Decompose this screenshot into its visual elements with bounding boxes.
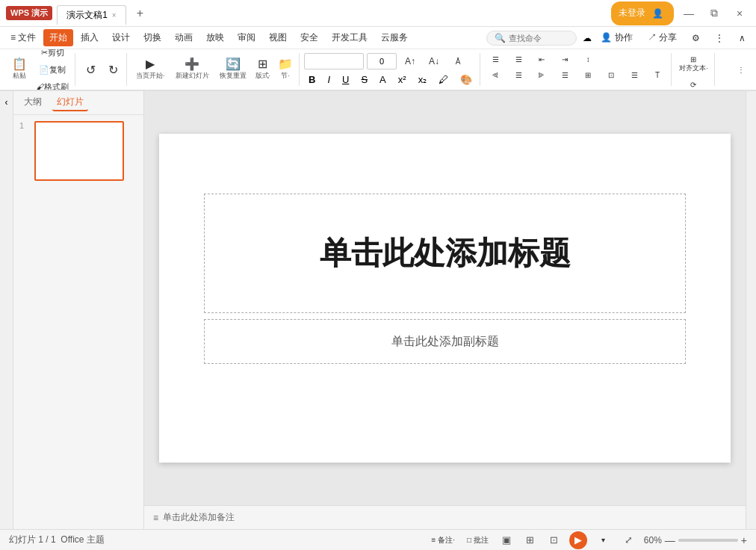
ribbon-tab-start[interactable]: 开始	[43, 29, 73, 46]
font-group: A↑ A↓ Ā B I U S A x² x₂ 🖊 🎨	[301, 53, 480, 86]
comments-toggle-button[interactable]: □ 批注	[464, 533, 492, 548]
clear-format-button[interactable]: Ā	[447, 55, 468, 68]
title-placeholder[interactable]: 单击此处添加标题	[204, 194, 686, 313]
align-right-button[interactable]: ⫸	[531, 69, 552, 81]
notes-toggle-button[interactable]: ≡ 备注·	[429, 533, 458, 548]
paste-button[interactable]: 📋 粘贴	[7, 57, 31, 82]
close-window-button[interactable]: ×	[729, 3, 750, 24]
align-center-button[interactable]: ☰	[508, 69, 529, 81]
ribbon-tab-design[interactable]: 设计	[106, 29, 136, 46]
redo-button[interactable]: ↻	[102, 61, 123, 79]
columns-button[interactable]: ⊞	[577, 69, 598, 81]
list-button[interactable]: ☰	[624, 69, 645, 81]
zoom-plus-button[interactable]: +	[741, 534, 747, 546]
layout-icon: ⊞	[258, 58, 267, 70]
undo-button[interactable]: ↺	[80, 61, 101, 79]
notes-text[interactable]: 单击此处添加备注	[163, 511, 235, 524]
play-button[interactable]: ▶	[569, 531, 587, 549]
title-bar-left: WPS 演示 演示文稿1 × +	[6, 2, 149, 25]
font-color-button[interactable]: A	[375, 72, 391, 87]
cut-button[interactable]: ✂ 剪切	[33, 49, 72, 61]
line-spacing-button[interactable]: ↕	[577, 53, 598, 66]
collaborate-button[interactable]: 👤 协作	[595, 29, 638, 46]
document-tab[interactable]: 演示文稿1 ×	[57, 5, 126, 25]
collapse-button[interactable]: ∧	[733, 31, 752, 46]
right-scrollbar[interactable]	[746, 91, 756, 529]
superscript-button[interactable]: x²	[394, 72, 411, 87]
font-size-input[interactable]	[367, 53, 397, 69]
ribbon-tab-transition[interactable]: 切换	[137, 29, 167, 46]
decrease-font-button[interactable]: A↓	[424, 54, 444, 69]
ribbon-tab-review[interactable]: 审阅	[232, 29, 261, 46]
ribbon-tab-security[interactable]: 安全	[294, 29, 324, 46]
format-brush-button[interactable]: 🖌 格式刷	[33, 79, 72, 92]
zoom-minus-button[interactable]: —	[665, 534, 675, 546]
canvas-scroll: 单击此处添加标题 单击此处添加副标题	[144, 91, 746, 505]
menu-file[interactable]: ≡ 文件	[4, 29, 42, 46]
subscript-button[interactable]: x₂	[414, 72, 432, 87]
subtitle-placeholder[interactable]: 单击此处添加副标题	[204, 319, 686, 364]
ribbon-tab-view[interactable]: 视图	[263, 29, 293, 46]
slide-canvas[interactable]: 单击此处添加标题 单击此处添加副标题	[159, 134, 731, 463]
increase-font-button[interactable]: A↑	[400, 54, 421, 69]
play-options-button[interactable]: ▾	[593, 534, 614, 546]
share-button[interactable]: ↗ 分享	[642, 29, 683, 46]
ribbon-tab-developer[interactable]: 开发工具	[326, 29, 374, 46]
more-button[interactable]: ⋮	[709, 31, 730, 46]
section-button[interactable]: 📁 节·	[275, 56, 296, 83]
panel-toggle[interactable]: ‹	[0, 91, 13, 529]
new-slide-button[interactable]: ➕ 新建幻灯片	[171, 57, 214, 82]
view-normal-button[interactable]: ▣	[498, 531, 515, 549]
fit-button[interactable]: ⤢	[620, 531, 638, 549]
copy-button[interactable]: 📄 复制	[33, 62, 72, 78]
convert-icon: ⟳	[690, 81, 696, 89]
increase-indent-button[interactable]: ⇥	[554, 53, 575, 66]
decrease-indent-button[interactable]: ⇤	[531, 53, 552, 66]
search-input[interactable]	[509, 34, 568, 43]
underline-button[interactable]: U	[338, 72, 353, 87]
repeat-label-btn[interactable]: 🔄 恢复重置	[215, 57, 251, 82]
bullets-button[interactable]: ☰	[485, 53, 506, 66]
bold-button[interactable]: B	[304, 72, 320, 87]
slides-tab[interactable]: 幻灯片	[52, 94, 88, 111]
slide-info: 幻灯片 1 / 1	[9, 534, 56, 546]
zoom-slider[interactable]	[678, 539, 738, 542]
minimize-button[interactable]: —	[678, 3, 699, 24]
ribbon-tab-cloud[interactable]: 云服务	[375, 29, 414, 46]
convert-smart-button[interactable]: ⟳ 转智能图·	[676, 78, 711, 91]
text-box-button[interactable]: T	[647, 69, 668, 81]
highlight-button[interactable]: 🖊	[434, 72, 453, 87]
align-left-button[interactable]: ⫷	[485, 69, 506, 81]
slide-item[interactable]: 1	[19, 121, 137, 181]
ribbon-tab-animation[interactable]: 动画	[169, 29, 199, 46]
justify-button[interactable]: ☰	[554, 69, 575, 81]
font-family-input[interactable]	[304, 53, 364, 69]
zoom-percent: 60%	[644, 535, 662, 546]
settings-button[interactable]: ⚙	[686, 31, 706, 46]
slide-start-button[interactable]: ▶ 当页开始·	[131, 57, 170, 82]
view-grid-button[interactable]: ⊞	[521, 531, 539, 549]
italic-button[interactable]: I	[323, 72, 335, 87]
numbering-button[interactable]: ☰	[508, 53, 529, 66]
login-button[interactable]: 未登录 👤	[611, 1, 674, 25]
ribbon-tab-slideshow[interactable]: 放映	[200, 29, 230, 46]
doc-title: 演示文稿1	[66, 9, 108, 22]
menu-search-box[interactable]: 🔍	[486, 31, 577, 46]
close-tab-button[interactable]: ×	[112, 11, 117, 19]
new-tab-button[interactable]: +	[131, 4, 149, 23]
text-direction-button[interactable]: ⊡	[601, 69, 622, 81]
smart-align-button[interactable]: ⊞ 对齐文本·	[676, 53, 711, 75]
subtitle-placeholder-text: 单击此处添加副标题	[391, 334, 499, 350]
toolbar-overflow-button[interactable]: ⋮	[731, 64, 752, 76]
outline-tab[interactable]: 大纲	[19, 94, 46, 111]
cloud-icon: ☁	[583, 33, 592, 43]
strikethrough-button[interactable]: S	[356, 72, 372, 87]
layout-button[interactable]: ⊞ 版式·	[252, 56, 274, 83]
maximize-button[interactable]: ⧉	[704, 3, 725, 24]
user-avatar: 👤	[648, 4, 666, 22]
slide-thumbnail[interactable]	[34, 121, 124, 181]
slide-panel: 大纲 幻灯片 1	[13, 91, 144, 529]
ribbon-tab-insert[interactable]: 插入	[75, 29, 105, 46]
paint-button[interactable]: 🎨	[456, 72, 477, 87]
view-reading-button[interactable]: ⊡	[545, 531, 563, 549]
